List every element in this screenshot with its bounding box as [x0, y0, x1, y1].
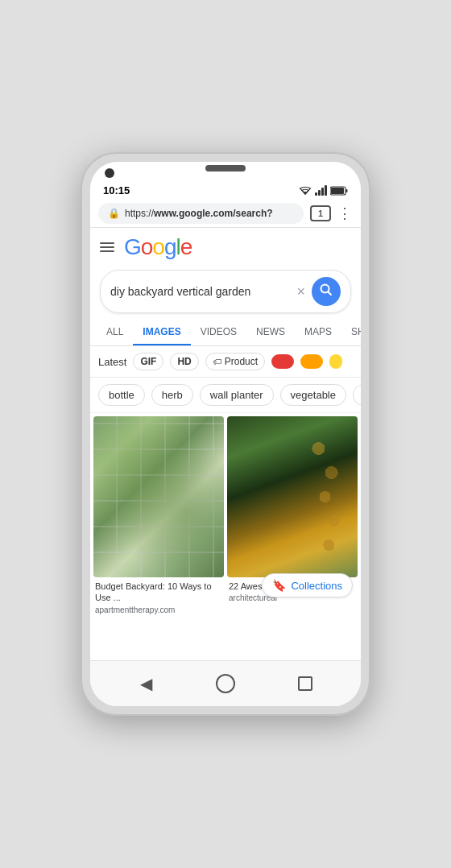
- search-clear-button[interactable]: ×: [296, 283, 305, 300]
- nav-recents-button[interactable]: [292, 671, 318, 696]
- chip-vegetable[interactable]: vegetable: [280, 384, 346, 406]
- status-time: 10:15: [103, 184, 130, 196]
- svg-rect-1: [331, 188, 344, 194]
- url-path: /search?: [233, 208, 272, 219]
- collections-button[interactable]: 🔖 Collections: [262, 573, 353, 597]
- phone-screen: 10:15: [90, 162, 361, 706]
- image-column-right: 22 Awesome architecturear 🔖 Collections: [227, 416, 358, 616]
- filter-hd[interactable]: HD: [170, 353, 198, 370]
- filter-latest[interactable]: Latest: [98, 356, 126, 368]
- chip-indoor[interactable]: indoc: [353, 384, 361, 406]
- tab-videos[interactable]: VIDEOS: [191, 320, 246, 345]
- tab-count: 1: [318, 209, 323, 218]
- chip-bottle[interactable]: bottle: [98, 384, 145, 406]
- chip-wall-planter[interactable]: wall planter: [200, 384, 274, 406]
- tab-images[interactable]: IMAGES: [133, 320, 190, 345]
- tab-maps[interactable]: MAPS: [295, 320, 341, 345]
- nav-back-button[interactable]: ◀: [133, 671, 159, 696]
- color-swatch-orange[interactable]: [300, 354, 323, 369]
- image-column-left: Budget Backyard: 10 Ways to Use ... apar…: [93, 416, 224, 616]
- phone-frame: 10:15: [81, 152, 370, 716]
- home-icon: [216, 674, 235, 693]
- url-box[interactable]: 🔒 https://www.google.com/search?: [98, 203, 304, 224]
- recents-icon: [298, 676, 312, 691]
- browser-content[interactable]: Google diy backyard vertical garden ×: [90, 228, 361, 660]
- url-text: https://www.google.com/search?: [125, 208, 273, 219]
- nav-home-button[interactable]: [213, 671, 238, 696]
- image-grid: Budget Backyard: 10 Ways to Use ... apar…: [90, 413, 361, 619]
- back-icon: ◀: [140, 674, 152, 693]
- filter-gif[interactable]: GIF: [133, 353, 163, 370]
- image-caption-1: Budget Backyard: 10 Ways to Use ... apar…: [93, 577, 224, 616]
- search-query: diy backyard vertical garden: [110, 285, 290, 298]
- collections-icon: 🔖: [272, 579, 286, 592]
- hamburger-menu[interactable]: [100, 242, 114, 252]
- filter-bar: Latest GIF HD 🏷 Product: [90, 346, 361, 378]
- svg-line-4: [329, 292, 332, 296]
- google-header: Google: [90, 228, 361, 267]
- chip-herb[interactable]: herb: [151, 384, 193, 406]
- color-swatch-red[interactable]: [271, 354, 294, 369]
- address-bar[interactable]: 🔒 https://www.google.com/search? 1 ⋮: [90, 200, 361, 228]
- bottom-nav: ◀: [90, 660, 361, 706]
- search-box[interactable]: diy backyard vertical garden ×: [100, 270, 351, 313]
- suggestion-chips: bottle herb wall planter vegetable indoc: [90, 378, 361, 413]
- tag-icon: 🏷: [213, 357, 221, 366]
- url-domain: www.google.com: [154, 208, 233, 219]
- tab-news[interactable]: NEWS: [246, 320, 295, 345]
- search-submit-button[interactable]: [312, 277, 341, 306]
- image-1: [93, 416, 224, 577]
- filter-product-label: Product: [225, 356, 258, 367]
- more-menu-button[interactable]: ⋮: [337, 205, 353, 222]
- color-swatch-yellow[interactable]: [329, 354, 342, 369]
- filter-product[interactable]: 🏷 Product: [205, 353, 265, 370]
- status-icons: [299, 185, 348, 196]
- tab-count-button[interactable]: 1: [310, 205, 331, 221]
- search-icon: [320, 283, 333, 300]
- google-logo: Google: [124, 234, 192, 260]
- wifi-icon: [299, 186, 312, 196]
- tab-shopping[interactable]: SHOPPI...: [341, 320, 361, 345]
- image-card-2[interactable]: 22 Awesome architecturear 🔖 Collections: [227, 416, 358, 604]
- phone-speaker: [205, 165, 246, 172]
- image-source-1: apartmenttherapy.com: [95, 606, 222, 614]
- lock-icon: 🔒: [108, 208, 120, 219]
- phone-camera: [105, 168, 114, 178]
- image-card-1[interactable]: Budget Backyard: 10 Ways to Use ... apar…: [93, 416, 224, 616]
- battery-icon: [330, 186, 348, 196]
- collections-label: Collections: [291, 580, 342, 592]
- image-2: [227, 416, 358, 577]
- image-title-1: Budget Backyard: 10 Ways to Use ...: [95, 581, 222, 604]
- signal-icon: [315, 185, 327, 196]
- search-tabs: ALL IMAGES VIDEOS NEWS MAPS SHOPPI...: [90, 320, 361, 346]
- tab-all[interactable]: ALL: [97, 320, 133, 345]
- svg-rect-2: [346, 189, 348, 192]
